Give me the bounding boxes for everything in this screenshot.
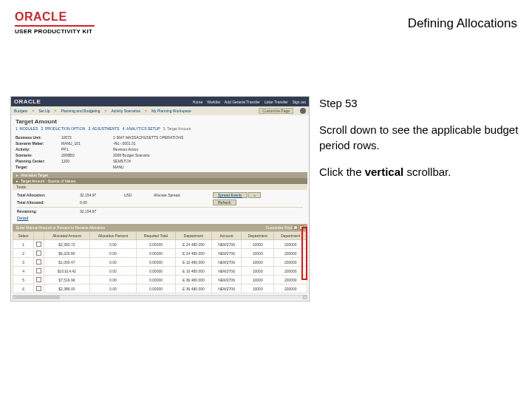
row-c2: NEW2706 bbox=[212, 276, 242, 284]
row-req: 0.00000 bbox=[137, 276, 176, 284]
oracle-upk-logo: ORACLE USER PRODUCTIVITY KIT bbox=[15, 10, 95, 35]
row-c4: 200000 bbox=[274, 258, 307, 267]
row-c1: E 24 480.000 bbox=[175, 249, 211, 258]
row-c2: NEW2706 bbox=[212, 284, 242, 293]
row-c1: E 24 480.000 bbox=[175, 240, 211, 249]
row-checkbox[interactable] bbox=[34, 240, 44, 249]
tot-0-val: 32,154.97 bbox=[80, 193, 124, 197]
tot-2-lbl: Remaining: bbox=[17, 209, 80, 214]
kv-1-lbl: Scenario Maker: bbox=[16, 141, 61, 146]
row-c2: NEW2706 bbox=[212, 249, 242, 258]
crumb-4[interactable]: My Planning Workspace bbox=[151, 109, 191, 113]
kv-4-v2: SEMSTOX bbox=[113, 159, 304, 163]
menu-lister-transfer[interactable]: Lister Transfer bbox=[265, 100, 288, 104]
table-row: 4$10,614.420.000.00000E 10 480.000NEW270… bbox=[13, 267, 307, 276]
kv-0-v2: 1-3647 MASSACHUSETTS OPERATIONS bbox=[113, 135, 304, 140]
row-c4: 200000 bbox=[274, 284, 307, 293]
tot-2-val: 32,154.97 bbox=[80, 209, 124, 214]
find-link[interactable]: Find bbox=[284, 225, 292, 230]
gear-icon[interactable] bbox=[300, 108, 306, 114]
row-pct: 0.00 bbox=[89, 240, 137, 249]
row-pct: 0.00 bbox=[89, 258, 137, 267]
kv-2-v2: Revision Action bbox=[113, 147, 304, 151]
row-c1: E 10 480.000 bbox=[175, 267, 211, 276]
col-amt: Allocated Amount bbox=[44, 232, 90, 240]
tot-1-lbl: Total Allocated: bbox=[17, 200, 80, 205]
kv-3-v1: 2008BD bbox=[61, 153, 113, 157]
hscroll-right-cap[interactable] bbox=[303, 296, 307, 299]
bar-src-label: Target Amount - Source of Values bbox=[21, 179, 75, 183]
trail-1[interactable]: 1. MODULES bbox=[16, 126, 38, 131]
customize-link[interactable]: Customize bbox=[266, 225, 284, 230]
customize-page-button[interactable]: Customize Page bbox=[259, 108, 293, 114]
row-amt: $2,383.72 bbox=[44, 240, 90, 249]
row-pct: 0.00 bbox=[89, 249, 137, 258]
logo-rule bbox=[15, 25, 95, 27]
tot-0-lbl: Total Allocation: bbox=[17, 193, 80, 197]
bar-allocation-target[interactable]: Allocation Target bbox=[13, 172, 307, 178]
row-c3: 10000 bbox=[242, 258, 274, 267]
tot-0-extra: Allocate Spread: bbox=[154, 193, 213, 197]
kv-4-v1: 1200 bbox=[61, 159, 113, 163]
row-checkbox[interactable] bbox=[34, 267, 44, 276]
trail-2[interactable]: 2. PRODUCTION OPTION bbox=[41, 126, 85, 131]
page-title: Defining Allocations bbox=[408, 16, 517, 31]
menu-home[interactable]: Home bbox=[193, 100, 202, 104]
row-index: 3 bbox=[13, 258, 34, 267]
row-checkbox[interactable] bbox=[34, 284, 44, 293]
detail-title: Enter Manual Amount or Percent to Receiv… bbox=[16, 225, 105, 230]
trail-current: 5. Target Amount bbox=[163, 126, 191, 131]
allocation-grid: Select Allocated Amount Allocation Perce… bbox=[13, 231, 307, 293]
table-row: 2$6,225.800.000.00000E 24 480.000NEW2706… bbox=[13, 249, 307, 258]
menu-worklist[interactable]: Worklist bbox=[207, 100, 220, 104]
row-checkbox[interactable] bbox=[34, 276, 44, 284]
row-c2: NEW2706 bbox=[212, 267, 242, 276]
bar-alloc-label: Allocation Target bbox=[21, 173, 48, 177]
bar-source-values[interactable]: Target Amount - Source of Values bbox=[13, 178, 307, 184]
refresh-button[interactable]: Refresh bbox=[213, 200, 236, 205]
detail-link[interactable]: Detail bbox=[17, 216, 28, 220]
trail-4[interactable]: 4. ANALYTICS SETUP bbox=[123, 126, 160, 131]
step-label: Step 53 bbox=[319, 96, 519, 111]
row-checkbox[interactable] bbox=[34, 258, 44, 267]
crumb-3[interactable]: Activity Scenarios bbox=[112, 109, 140, 113]
row-amt: $10,614.42 bbox=[44, 267, 90, 276]
grid-header-row: Select Allocated Amount Allocation Perce… bbox=[13, 232, 307, 240]
logo-brand: ORACLE bbox=[15, 10, 95, 24]
row-amt: $6,225.80 bbox=[44, 249, 90, 258]
kv-5-v1 bbox=[61, 165, 113, 169]
tot-1-val: 0.00 bbox=[80, 200, 124, 205]
detail-header-bar: Enter Manual Amount or Percent to Receiv… bbox=[13, 224, 307, 231]
logo-subtitle: USER PRODUCTIVITY KIT bbox=[15, 28, 95, 35]
instruction-panel: Step 53 Scroll down to see the applicabl… bbox=[319, 96, 519, 191]
trail-3[interactable]: 3. ADJUSTMENTS bbox=[88, 126, 119, 131]
col-req: Required Total bbox=[137, 232, 176, 240]
row-pct: 0.00 bbox=[89, 276, 137, 284]
row-pct: 0.00 bbox=[89, 284, 137, 293]
lookup-icon[interactable]: ⌕ bbox=[248, 192, 261, 198]
col-pct: Allocation Percent bbox=[89, 232, 137, 240]
row-req: 0.00000 bbox=[137, 249, 176, 258]
grid-next-icon[interactable] bbox=[299, 225, 304, 230]
instr-2a: Click the bbox=[319, 166, 365, 178]
col-c4: Department bbox=[274, 232, 307, 240]
hscroll-thumb[interactable] bbox=[16, 296, 60, 299]
menu-signout[interactable]: Sign out bbox=[293, 100, 306, 104]
row-c3: 10000 bbox=[242, 276, 274, 284]
table-row: 1$2,383.720.000.00000E 24 480.000NEW2706… bbox=[13, 240, 307, 249]
section-title: Target Amount bbox=[11, 115, 309, 126]
crumb-0[interactable]: Budgets bbox=[14, 109, 27, 113]
row-amt: $2,389.00 bbox=[44, 284, 90, 293]
totals-header-strip: Totals bbox=[13, 184, 307, 190]
grid-prev-icon[interactable] bbox=[293, 225, 298, 230]
col-c2: Account bbox=[212, 232, 242, 240]
breadcrumb: Budgets> Set Up> Planning and Budgeting>… bbox=[11, 106, 309, 115]
row-index: 1 bbox=[13, 240, 34, 249]
spread-evenly-button[interactable]: Spread Evenly bbox=[213, 192, 248, 198]
crumb-2[interactable]: Planning and Budgeting bbox=[61, 109, 100, 113]
horizontal-scrollbar[interactable] bbox=[13, 295, 307, 299]
row-checkbox[interactable] bbox=[34, 249, 44, 258]
menu-add-transfer[interactable]: Add General Transfer bbox=[225, 100, 260, 104]
crumb-1[interactable]: Set Up bbox=[38, 109, 50, 113]
row-c3: 10000 bbox=[242, 284, 274, 293]
